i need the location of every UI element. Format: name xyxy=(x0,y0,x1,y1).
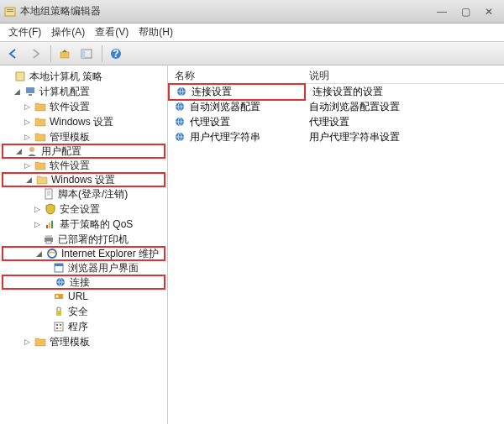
collapse-icon[interactable]: ◢ xyxy=(24,175,34,185)
tree-uc-templates[interactable]: ▷ 管理模板 xyxy=(2,334,165,349)
expand-icon[interactable]: ▷ xyxy=(22,117,32,127)
tree-uc-ie-sec[interactable]: 安全 xyxy=(2,304,165,319)
tree-cc-software[interactable]: ▷ 软件设置 xyxy=(2,99,165,114)
expander-icon[interactable] xyxy=(2,71,12,81)
tree-uc-software[interactable]: ▷ 软件设置 xyxy=(2,158,165,173)
svg-point-24 xyxy=(56,296,59,298)
policy-icon xyxy=(13,71,27,82)
menu-view[interactable]: 查看(V) xyxy=(90,24,134,41)
expand-icon[interactable]: ▷ xyxy=(32,204,42,214)
menu-file[interactable]: 文件(F) xyxy=(3,24,46,41)
forward-button[interactable] xyxy=(25,44,45,64)
user-icon xyxy=(25,145,39,157)
maximize-button[interactable]: ▢ xyxy=(454,4,477,19)
url-icon xyxy=(52,291,66,302)
tree-uc-ie-ui[interactable]: 浏览器用户界面 xyxy=(2,260,165,275)
tree-uc-ie[interactable]: ◢ Internet Explorer 维护 xyxy=(2,246,165,261)
item-desc: 用户代理字符串设置 xyxy=(302,130,504,144)
tree-uc-ie-url[interactable]: URL xyxy=(2,289,165,304)
svg-point-11 xyxy=(29,147,34,152)
toolbar: ? xyxy=(0,42,504,65)
svg-rect-27 xyxy=(56,324,58,326)
folder-icon xyxy=(34,336,47,348)
folder-open-icon xyxy=(35,174,49,186)
tree-uc-security[interactable]: ▷ 安全设置 xyxy=(2,202,165,217)
tree-uc-windows[interactable]: ◢ Windows 设置 xyxy=(2,172,165,187)
title-bar: 本地组策略编辑器 — ▢ ✕ xyxy=(0,0,504,24)
window-icon xyxy=(52,262,66,274)
tree-uc-printers[interactable]: 已部署的打印机 xyxy=(2,232,165,247)
svg-rect-3 xyxy=(60,52,69,58)
svg-rect-16 xyxy=(45,235,52,238)
expand-icon[interactable]: ▷ xyxy=(32,219,42,229)
menu-action[interactable]: 操作(A) xyxy=(46,24,90,41)
expand-icon[interactable]: ▷ xyxy=(22,102,32,112)
menu-bar: 文件(F) 操作(A) 查看(V) 帮助(H) xyxy=(0,24,504,42)
svg-rect-14 xyxy=(49,222,50,228)
folder-icon xyxy=(34,116,47,128)
tree-pane[interactable]: 本地计算机 策略 ◢ 计算机配置 ▷ 软件设置 ▷ Windows 设置 ▷ 管… xyxy=(0,65,168,424)
svg-rect-25 xyxy=(56,311,61,316)
computer-icon xyxy=(24,86,37,97)
tree-uc-ie-prog[interactable]: 程序 xyxy=(2,319,165,334)
chart-icon xyxy=(44,218,57,230)
tree-uc-scripts[interactable]: 脚本(登录/注销) xyxy=(2,186,165,202)
tree-root[interactable]: 本地计算机 策略 xyxy=(2,69,165,84)
tree-user-config[interactable]: ◢ 用户配置 xyxy=(2,144,165,159)
up-button[interactable] xyxy=(55,44,75,64)
collapse-icon[interactable]: ◢ xyxy=(12,86,22,97)
svg-rect-18 xyxy=(46,241,51,243)
app-icon xyxy=(3,5,17,18)
svg-rect-9 xyxy=(26,87,34,93)
svg-rect-1 xyxy=(7,9,13,10)
minimize-button[interactable]: — xyxy=(430,4,454,19)
svg-rect-15 xyxy=(51,221,53,228)
ie-icon xyxy=(45,248,59,259)
tree-cc-templates[interactable]: ▷ 管理模板 xyxy=(2,129,165,144)
main-split: 本地计算机 策略 ◢ 计算机配置 ▷ 软件设置 ▷ Windows 设置 ▷ 管… xyxy=(0,65,504,424)
expand-icon[interactable]: ▷ xyxy=(22,132,32,142)
svg-text:?: ? xyxy=(113,48,118,60)
col-desc[interactable]: 说明 xyxy=(302,65,504,83)
globe-icon xyxy=(171,116,188,128)
collapse-icon[interactable]: ◢ xyxy=(13,146,24,156)
tree-cc-windows[interactable]: ▷ Windows 设置 xyxy=(2,114,165,129)
item-name: 自动浏览器配置 xyxy=(188,100,302,114)
globe-icon xyxy=(173,86,190,97)
item-desc: 连接设置的设置 xyxy=(306,85,504,99)
collapse-icon[interactable]: ◢ xyxy=(34,249,44,259)
window-title: 本地组策略编辑器 xyxy=(20,4,430,18)
svg-rect-29 xyxy=(56,327,58,329)
toolbar-separator xyxy=(102,45,102,62)
svg-rect-8 xyxy=(16,72,24,81)
lock-icon xyxy=(52,306,66,317)
program-icon xyxy=(52,321,66,332)
back-button[interactable] xyxy=(3,44,24,64)
svg-rect-21 xyxy=(55,264,63,266)
tree-uc-ie-conn[interactable]: 连接 xyxy=(2,275,165,290)
svg-rect-13 xyxy=(46,225,48,228)
col-name[interactable]: 名称 xyxy=(168,65,302,83)
connection-icon xyxy=(54,276,67,288)
help-button[interactable]: ? xyxy=(106,44,126,64)
item-name: 代理设置 xyxy=(188,115,302,129)
list-item-user-agent[interactable]: 用户代理字符串 用户代理字符串设置 xyxy=(168,129,504,144)
svg-rect-26 xyxy=(55,322,63,331)
svg-rect-2 xyxy=(7,11,13,12)
list-pane[interactable]: 名称 说明 连接设置 连接设置的设置 自动浏览器配置 自动浏览器配置设置 代理设… xyxy=(168,65,504,424)
menu-help[interactable]: 帮助(H) xyxy=(134,24,178,41)
close-button[interactable]: ✕ xyxy=(477,4,501,19)
item-name: 用户代理字符串 xyxy=(188,130,302,144)
folder-icon xyxy=(34,131,47,143)
svg-rect-5 xyxy=(81,50,85,58)
expand-icon[interactable]: ▷ xyxy=(22,337,32,347)
tree-computer-config[interactable]: ◢ 计算机配置 xyxy=(2,84,165,99)
expand-icon[interactable]: ▷ xyxy=(22,160,32,170)
list-item-connection-settings[interactable]: 连接设置 连接设置的设置 xyxy=(168,84,504,99)
tree-uc-qos[interactable]: ▷ 基于策略的 QoS xyxy=(2,217,165,232)
toolbar-separator xyxy=(50,45,51,62)
list-item-auto-browser[interactable]: 自动浏览器配置 自动浏览器配置设置 xyxy=(168,99,504,114)
show-hide-tree-button[interactable] xyxy=(76,44,97,64)
shield-icon xyxy=(44,203,57,215)
list-item-proxy[interactable]: 代理设置 代理设置 xyxy=(168,114,504,129)
